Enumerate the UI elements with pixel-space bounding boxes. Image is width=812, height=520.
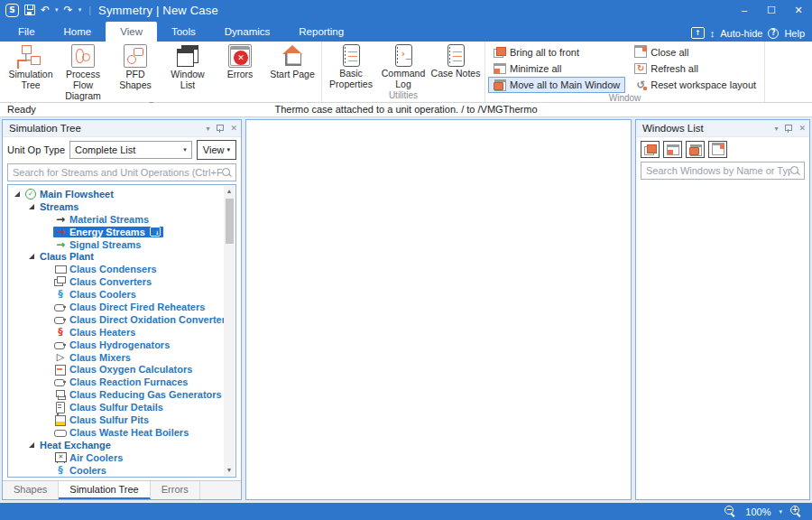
tree-item-claus-condensers[interactable]: Claus Condensers bbox=[9, 263, 224, 275]
zoom-in-icon[interactable]: + bbox=[790, 506, 803, 517]
case-notes-button[interactable]: Case Notes bbox=[429, 42, 482, 79]
scroll-down-icon[interactable]: ▼ bbox=[224, 465, 235, 476]
redo-icon[interactable]: ↷ bbox=[64, 5, 73, 15]
minimize-button[interactable]: – bbox=[731, 0, 758, 20]
tree-item-heat-exchange[interactable]: Heat Exchange bbox=[9, 439, 224, 451]
minimize-all-button[interactable] bbox=[663, 141, 682, 158]
status-message: Thermo case attached to a unit operation… bbox=[0, 104, 812, 115]
expander-icon[interactable] bbox=[27, 201, 39, 212]
tree-item-air-coolers[interactable]: Air Coolers bbox=[9, 451, 224, 464]
tree-item-claus-mixers[interactable]: Claus Mixers bbox=[9, 351, 224, 364]
bring-all-to-front-button[interactable]: Bring all to front bbox=[488, 44, 625, 60]
expander-spacer bbox=[42, 339, 53, 350]
errors-button[interactable]: Errors bbox=[214, 42, 266, 80]
open-window-icon bbox=[150, 227, 161, 237]
move-all-to-main-window-button[interactable] bbox=[686, 141, 705, 158]
tree-item-claus-coolers[interactable]: Claus Coolers bbox=[9, 288, 224, 301]
close-button[interactable]: ✕ bbox=[785, 0, 812, 20]
unit-op-type-select[interactable]: Complete List ▾ bbox=[69, 141, 192, 159]
tab-dynamics[interactable]: Dynamics bbox=[210, 22, 284, 42]
expander-icon[interactable] bbox=[13, 189, 24, 200]
windows-search-input[interactable] bbox=[646, 165, 790, 176]
pin-icon[interactable] bbox=[216, 124, 224, 133]
undo-dropdown-caret-icon[interactable]: ▾ bbox=[55, 6, 59, 14]
refresh-all-button[interactable]: Refresh all bbox=[629, 60, 761, 77]
basic-properties-button[interactable]: Basic Properties bbox=[325, 42, 377, 90]
tree-item-coolers[interactable]: Coolers bbox=[9, 464, 224, 476]
undo-icon[interactable]: ↶ bbox=[41, 5, 50, 15]
scroll-up-icon[interactable]: ▲ bbox=[224, 186, 235, 197]
updown-arrow-icon[interactable]: ↕ bbox=[710, 28, 715, 39]
tree-item-streams[interactable]: Streams bbox=[9, 200, 224, 213]
tree-item-claus-sulfur-pits[interactable]: Claus Sulfur Pits bbox=[9, 413, 224, 426]
tree-item-claus-waste-heat-boilers[interactable]: Claus Waste Heat Boilers bbox=[9, 426, 224, 439]
view-button[interactable]: View ▾ bbox=[197, 140, 236, 160]
tab-reporting[interactable]: Reporting bbox=[284, 22, 358, 42]
ribbon-button-label: Simulation Tree bbox=[5, 70, 56, 91]
move-all-to-main-window-button[interactable]: Move all to Main Window bbox=[488, 77, 625, 93]
tab-view[interactable]: View bbox=[106, 22, 157, 42]
tree-item-claus-heaters[interactable]: Claus Heaters bbox=[9, 326, 224, 339]
main-canvas[interactable] bbox=[245, 119, 632, 500]
pfd-shapes-icon bbox=[124, 44, 147, 68]
close-all-button[interactable] bbox=[708, 141, 727, 158]
tree-item-main-flowsheet[interactable]: Main Flowsheet bbox=[9, 188, 224, 200]
tree-item-label: Claus Waste Heat Boilers bbox=[69, 427, 189, 438]
start-page-button[interactable]: Start Page bbox=[266, 42, 318, 80]
tree-search-input[interactable] bbox=[13, 167, 222, 178]
tree-item-claus-direct-fired-reheaters[interactable]: Claus Direct Fired Reheaters bbox=[9, 301, 224, 313]
tree-scrollbar[interactable]: ▲ ▼ bbox=[224, 186, 235, 476]
scrollbar-thumb[interactable] bbox=[226, 199, 234, 244]
bottom-tab-errors[interactable]: Errors bbox=[151, 481, 200, 499]
pin-icon[interactable] bbox=[784, 124, 792, 133]
process-flow-diagram-button[interactable]: Process Flow Diagram bbox=[57, 42, 109, 101]
tree-item-energy-streams[interactable]: Energy Streams bbox=[9, 226, 224, 238]
close-all-button[interactable]: Close all bbox=[629, 44, 761, 60]
windows-list-panel-header: Windows List ▾ ✕ bbox=[636, 120, 809, 137]
close-icon[interactable]: ✕ bbox=[798, 124, 806, 133]
windows-list-panel: Windows List ▾ ✕ bbox=[635, 119, 810, 500]
tree-item-claus-converters[interactable]: Claus Converters bbox=[9, 275, 224, 288]
pfd-shapes-button[interactable]: PFD Shapes bbox=[109, 42, 161, 91]
bottom-tab-shapes[interactable]: Shapes bbox=[3, 481, 59, 499]
tab-tools[interactable]: Tools bbox=[157, 22, 210, 42]
redo-dropdown-caret-icon[interactable]: ▾ bbox=[78, 6, 82, 14]
help-icon[interactable]: ? bbox=[768, 28, 779, 39]
command-log-button[interactable]: Command Log bbox=[377, 42, 429, 90]
chevron-down-icon[interactable]: ▾ bbox=[774, 125, 778, 133]
expander-spacer bbox=[42, 465, 53, 476]
tree-item-label: Claus Coolers bbox=[69, 289, 136, 300]
app-logo-icon[interactable]: S bbox=[5, 4, 19, 17]
tree-item-claus-reducing-gas-generators[interactable]: Claus Reducing Gas Generators bbox=[9, 388, 224, 401]
close-icon[interactable]: ✕ bbox=[230, 124, 237, 133]
zoom-out-icon[interactable]: − bbox=[724, 506, 737, 517]
tree-item-signal-streams[interactable]: Signal Streams bbox=[9, 238, 224, 251]
tree-item-claus-hydrogenators[interactable]: Claus Hydrogenators bbox=[9, 339, 224, 351]
bring-all-to-front-button[interactable] bbox=[641, 141, 660, 158]
zoom-dropdown-caret-icon[interactable]: ▾ bbox=[779, 508, 782, 515]
tree-item-claus-direct-oxidation-converters[interactable]: Claus Direct Oxidation Converters bbox=[9, 313, 224, 326]
maximize-button[interactable]: ☐ bbox=[758, 0, 785, 20]
tab-file[interactable]: File bbox=[4, 22, 50, 42]
simulation-tree-button[interactable]: Simulation Tree bbox=[5, 42, 57, 91]
bottom-tab-simulation-tree[interactable]: Simulation Tree bbox=[59, 481, 150, 499]
save-icon[interactable] bbox=[24, 5, 35, 15]
expander-icon[interactable] bbox=[27, 440, 39, 450]
dock-icon[interactable]: ↑ bbox=[691, 27, 705, 39]
window-controls: – ☐ ✕ bbox=[731, 0, 812, 20]
tree-item-claus-oxygen-calculators[interactable]: Claus Oxygen Calculators bbox=[9, 363, 224, 376]
reset-workspace-layout-button[interactable]: Reset workspace layout bbox=[629, 77, 761, 93]
minimize-all-button[interactable]: Minimize all bbox=[488, 60, 625, 77]
help-label[interactable]: Help bbox=[784, 28, 805, 39]
tree-item-claus-plant[interactable]: Claus Plant bbox=[9, 250, 224, 263]
chevron-down-icon[interactable]: ▾ bbox=[206, 125, 209, 133]
panel-header-icons: ▾ ✕ bbox=[206, 124, 237, 133]
auto-hide-label[interactable]: Auto-hide bbox=[720, 28, 762, 39]
expander-icon[interactable] bbox=[27, 251, 39, 262]
tab-home[interactable]: Home bbox=[50, 22, 106, 42]
window-list-button[interactable]: Window List bbox=[161, 42, 214, 91]
tree-item-material-streams[interactable]: Material Streams bbox=[9, 213, 224, 226]
air-cooler-icon bbox=[54, 452, 67, 463]
tree-item-claus-reaction-furnaces[interactable]: Claus Reaction Furnaces bbox=[9, 376, 224, 388]
tree-item-claus-sulfur-details[interactable]: Claus Sulfur Details bbox=[9, 401, 224, 413]
